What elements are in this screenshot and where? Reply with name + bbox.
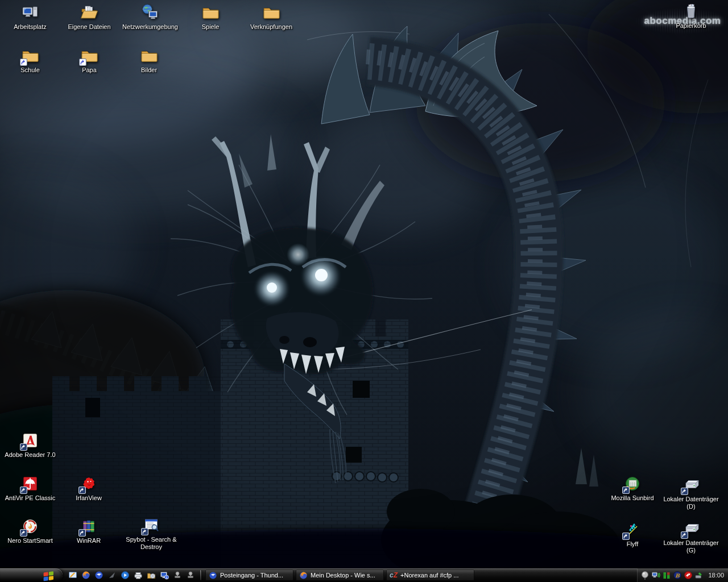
gray-arrow-icon[interactable] — [107, 571, 117, 580]
desktop-icon-papa[interactable]: Papa — [61, 45, 118, 74]
tray-red-alert-icon[interactable] — [684, 571, 693, 580]
system-info-icon[interactable] — [159, 571, 169, 580]
desktop-icon-bilder[interactable]: Bilder — [121, 45, 177, 74]
icon-label: Adobe Reader 7.0 — [5, 451, 55, 459]
desktop-icon-antivir[interactable]: AntiVir PE Classic — [2, 473, 59, 502]
tray-blue-b-badge-icon[interactable]: B — [673, 571, 682, 580]
firefox-icon — [299, 571, 308, 580]
tray-gray-ball-icon[interactable] — [640, 571, 650, 580]
desktop-icon-lokaler-datentraeger-g[interactable]: Lokaler Datenträger(G) — [660, 518, 722, 554]
taskbar: Posteingang - Thund... Mein Desktop - Wi… — [0, 568, 728, 582]
thunderbird-icon[interactable] — [94, 571, 104, 580]
desktop-icon-nero[interactable]: Nero StartSmart — [2, 516, 59, 544]
show-desktop-icon[interactable] — [68, 571, 77, 580]
desktop-icon-winrar[interactable]: WinRAR — [60, 516, 117, 544]
shortcut-arrow-icon — [141, 528, 148, 535]
desktop-icon-netzwerkumgebung[interactable]: Netzwerkumgebung — [120, 2, 180, 31]
folder-icon — [201, 3, 220, 22]
desktop-icon-spybot[interactable]: Spybot - Search &Destroy — [121, 515, 181, 551]
task-label: Mein Desktop - Wie s... — [311, 572, 375, 579]
desktop-screen: abocmedia.com Arbeitsplatz Eigene Dateie… — [0, 0, 728, 582]
printer-icon[interactable] — [133, 571, 143, 580]
thunderbird-icon — [209, 571, 217, 580]
desktop-icon-eigene-dateien[interactable]: Eigene Dateien — [61, 2, 118, 31]
task-button-thunderbird[interactable]: Posteingang - Thund... — [205, 569, 293, 581]
desktop-icon-irfanview[interactable]: IrfanView — [60, 473, 117, 502]
icon-label: Arbeitsplatz — [14, 23, 46, 31]
media-player-icon[interactable] — [120, 571, 130, 580]
shortcut-arrow-icon — [622, 533, 630, 540]
folder-icon — [140, 47, 158, 65]
icon-label: Schule — [20, 66, 40, 74]
tray-network-monitor-icon[interactable] — [651, 571, 660, 580]
tray-green-device-icon[interactable] — [694, 571, 704, 580]
task-button-firefox[interactable]: Mein Desktop - Wie s... — [296, 569, 384, 581]
desktop-icon-lokaler-datentraeger-d[interactable]: Lokaler Datenträger(D) — [660, 475, 722, 510]
quick-launch — [63, 571, 198, 580]
icon-label: Mozilla Sunbird — [611, 494, 653, 502]
shortcut-arrow-icon — [622, 487, 630, 494]
icon-label: Verknüpfungen — [250, 23, 292, 31]
icon-label: AntiVir PE Classic — [5, 494, 55, 502]
desktop-icon-spiele[interactable]: Spiele — [182, 2, 239, 31]
shortcut-arrow-icon — [20, 487, 27, 494]
desktop-icon-papierkorb[interactable]: Papierkorb — [663, 1, 719, 30]
task-buttons: Posteingang - Thund... Mein Desktop - Wi… — [205, 569, 637, 581]
desktop-icon-flyff[interactable]: Flyff — [604, 519, 661, 548]
icon-label: WinRAR — [77, 537, 101, 544]
stamp-icon-2[interactable] — [185, 571, 195, 580]
windows-logo-icon — [42, 569, 55, 581]
shortcut-arrow-icon — [79, 59, 86, 66]
task-button-chatzilla[interactable]: cZ +Norexan auf #cfp ... — [386, 569, 474, 581]
tray-traffic-meter-icon[interactable] — [662, 571, 671, 580]
taskbar-clock: 18:00 — [708, 572, 724, 579]
task-label: Posteingang - Thund... — [220, 572, 283, 579]
shortcut-arrow-icon — [78, 487, 86, 494]
icon-label: Netzwerkumgebung — [122, 23, 178, 31]
icon-label: Papa — [82, 66, 97, 74]
shortcut-arrow-icon — [20, 443, 27, 451]
icon-label: IrfanView — [76, 494, 102, 502]
icon-label: Bilder — [141, 66, 157, 74]
shortcut-arrow-icon — [681, 531, 688, 539]
icon-label: Papierkorb — [676, 22, 706, 30]
desktop-icon-verknuepfungen[interactable]: Verknüpfungen — [243, 2, 300, 31]
cd-burner-icon[interactable] — [146, 571, 156, 580]
network-icon — [141, 3, 159, 22]
shortcut-arrow-icon — [20, 59, 27, 66]
desktop-icon-mozilla-sunbird[interactable]: Mozilla Sunbird — [604, 473, 661, 502]
icon-label: Eigene Dateien — [68, 23, 110, 31]
icon-label: Nero StartSmart — [7, 537, 52, 544]
start-button[interactable] — [0, 568, 63, 582]
icon-label: Spybot - Search &Destroy — [126, 536, 176, 551]
icon-label: Spiele — [202, 23, 220, 31]
my-documents-icon — [80, 3, 98, 22]
recycle-bin-icon — [682, 2, 700, 20]
shortcut-arrow-icon — [78, 529, 86, 537]
desktop-icon-adobe-reader[interactable]: Adobe Reader 7.0 — [2, 430, 59, 459]
icon-label: Lokaler Datenträger(G) — [663, 539, 718, 554]
desktop-icon-arbeitsplatz[interactable]: Arbeitsplatz — [2, 2, 59, 31]
task-label: +Norexan auf #cfp ... — [400, 572, 458, 579]
icon-label: Lokaler Datenträger(D) — [663, 496, 718, 510]
shortcut-arrow-icon — [681, 488, 688, 495]
stamp-icon-1[interactable] — [172, 571, 182, 580]
firefox-icon[interactable] — [81, 571, 90, 580]
taskbar-separator — [200, 570, 201, 580]
folder-icon — [262, 3, 280, 22]
shortcut-arrow-icon — [20, 529, 27, 537]
desktop-icon-schule[interactable]: Schule — [2, 45, 59, 74]
system-tray: B 18:00 — [637, 568, 728, 582]
chatzilla-icon: cZ — [390, 571, 398, 579]
my-computer-icon — [21, 3, 39, 22]
icon-label: Flyff — [627, 541, 639, 548]
